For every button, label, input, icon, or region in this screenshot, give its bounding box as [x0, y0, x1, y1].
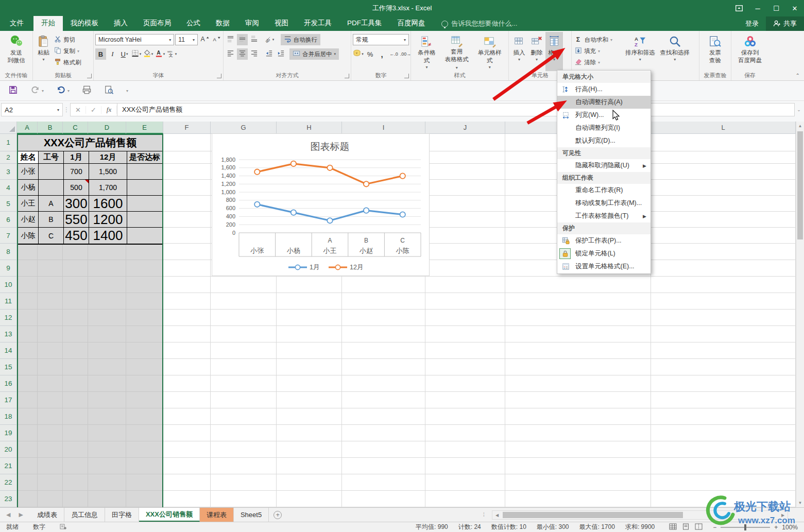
insert-function-icon[interactable]: fx	[101, 106, 117, 114]
cell-F16[interactable]	[163, 375, 211, 392]
column-header-G[interactable]: G	[211, 122, 277, 134]
cell-E10[interactable]	[126, 277, 163, 293]
tab-百度网盘[interactable]: 百度网盘	[390, 16, 433, 31]
cell-A8[interactable]	[17, 244, 38, 260]
cell-L7[interactable]	[651, 228, 796, 244]
cell-D20[interactable]	[88, 441, 126, 458]
cell-I19[interactable]	[342, 425, 425, 441]
decrease-font-size-button[interactable]: A	[211, 34, 221, 45]
share-button[interactable]: 共享	[766, 16, 804, 31]
cell-L15[interactable]	[651, 359, 796, 375]
cell-D22[interactable]	[88, 474, 126, 491]
row-header-19[interactable]: 19	[0, 425, 17, 441]
cell-A19[interactable]	[17, 425, 38, 441]
cell-G21[interactable]	[211, 458, 277, 474]
menu-item-移动或复制工作表[interactable]: 移动或复制工作表(M)...	[557, 197, 651, 210]
increase-font-size-button[interactable]: A	[199, 34, 210, 45]
fill-button[interactable]: 填充▾	[573, 45, 623, 57]
formula-input[interactable]: XXX公司产品销售额	[117, 103, 795, 116]
fill-color-button[interactable]: ▾	[143, 48, 153, 60]
cell-G20[interactable]	[211, 441, 277, 458]
minimize-button[interactable]: ─	[748, 0, 767, 16]
column-header-L[interactable]: L	[651, 122, 796, 134]
table-cell[interactable]: 小王	[18, 196, 39, 212]
sheet-tab-XXX公司销售额[interactable]: XXX公司销售额	[139, 508, 200, 522]
cell-J10[interactable]	[425, 277, 505, 293]
cell-F10[interactable]	[163, 277, 211, 293]
cell-H23[interactable]	[277, 491, 342, 507]
line-chart[interactable]: 图表标题02004006008001,0001,2001,4001,6001,8…	[212, 133, 430, 276]
cell-H20[interactable]	[277, 441, 342, 458]
cell-C19[interactable]	[63, 425, 88, 441]
cell-K16[interactable]	[505, 375, 651, 392]
new-sheet-button[interactable]: +	[269, 508, 286, 522]
cell-B18[interactable]	[38, 408, 63, 425]
row-header-17[interactable]: 17	[0, 392, 17, 408]
cell-I16[interactable]	[342, 375, 425, 392]
row-header-20[interactable]: 20	[0, 441, 17, 458]
bold-button[interactable]: B	[95, 48, 106, 60]
menu-item-自动调整列宽[interactable]: 自动调整列宽(I)	[557, 122, 651, 134]
cell-G15[interactable]	[211, 359, 277, 375]
sheet-tab-Sheet5[interactable]: Sheet5	[234, 508, 269, 522]
cell-L23[interactable]	[651, 491, 796, 507]
cell-L14[interactable]	[651, 342, 796, 359]
insert-cells-button[interactable]: 插入 ▾	[510, 32, 528, 71]
tab-我的模板[interactable]: 我的模板	[63, 16, 106, 31]
save-button[interactable]	[8, 85, 18, 97]
cell-I13[interactable]	[342, 326, 425, 342]
cell-C8[interactable]	[63, 244, 88, 260]
row-header-12[interactable]: 12	[0, 310, 17, 326]
active-cell-A2[interactable]: 姓名	[18, 151, 39, 164]
row-header-5[interactable]: 5	[0, 196, 17, 212]
decrease-indent-button[interactable]	[264, 48, 275, 60]
cell-G17[interactable]	[211, 392, 277, 408]
cell-K11[interactable]	[505, 293, 651, 310]
font-size-select[interactable]: 11▾	[175, 34, 198, 45]
cell-E15[interactable]	[126, 359, 163, 375]
menu-item-设置单元格格式[interactable]: 设置单元格格式(E)...	[557, 260, 651, 273]
cell-J15[interactable]	[425, 359, 505, 375]
align-right-button[interactable]	[249, 48, 260, 60]
cell-A17[interactable]	[17, 392, 38, 408]
column-header-H[interactable]: H	[277, 122, 342, 134]
vertical-scrollbar[interactable]: ▲ ▼	[796, 122, 804, 507]
cell-E18[interactable]	[126, 408, 163, 425]
horizontal-scrollbar[interactable]: ◀ ▶	[492, 510, 788, 520]
italic-button[interactable]: I	[107, 48, 118, 60]
row-header-2[interactable]: 2	[0, 151, 17, 164]
cell-I22[interactable]	[342, 474, 425, 491]
cell-K13[interactable]	[505, 326, 651, 342]
cell-I11[interactable]	[342, 293, 425, 310]
scroll-down-icon[interactable]: ▼	[796, 499, 804, 507]
cell-C13[interactable]	[63, 326, 88, 342]
font-name-select[interactable]: Microsoft YaHei▾	[95, 34, 174, 45]
table-cell[interactable]	[127, 212, 162, 228]
cell-J12[interactable]	[425, 310, 505, 326]
cell-E11[interactable]	[126, 293, 163, 310]
scroll-left-icon[interactable]: ◀	[492, 513, 502, 518]
tab-审阅[interactable]: 审阅	[237, 16, 267, 31]
cell-J20[interactable]	[425, 441, 505, 458]
cell-K23[interactable]	[505, 491, 651, 507]
cell-D13[interactable]	[88, 326, 126, 342]
phonetic-guide-button[interactable]: wén文▾	[166, 48, 177, 60]
normal-view-icon[interactable]	[669, 523, 677, 531]
menu-item-锁定单元格[interactable]: 锁定单元格(L)	[557, 247, 651, 260]
row-header-15[interactable]: 15	[0, 359, 17, 375]
sheet-nav-next-icon[interactable]: ▶	[19, 511, 23, 518]
sheet-nav-prev-icon[interactable]: ◀	[6, 511, 10, 518]
row-header-22[interactable]: 22	[0, 474, 17, 491]
sort-filter-button[interactable]: AZ 排序和筛选 ▾	[623, 32, 658, 71]
table-cell[interactable]	[39, 180, 64, 196]
cell-F1[interactable]	[163, 134, 211, 151]
zoom-slider-thumb[interactable]	[744, 524, 746, 530]
column-header-B[interactable]: B	[38, 122, 63, 134]
cell-E20[interactable]	[126, 441, 163, 458]
cell-D8[interactable]	[88, 244, 126, 260]
quick-print-button[interactable]	[82, 85, 92, 97]
table-cell[interactable]: 1,500	[89, 164, 127, 180]
ribbon-display-options-icon[interactable]	[730, 0, 748, 16]
table-cell[interactable]	[127, 196, 162, 212]
cell-C18[interactable]	[63, 408, 88, 425]
